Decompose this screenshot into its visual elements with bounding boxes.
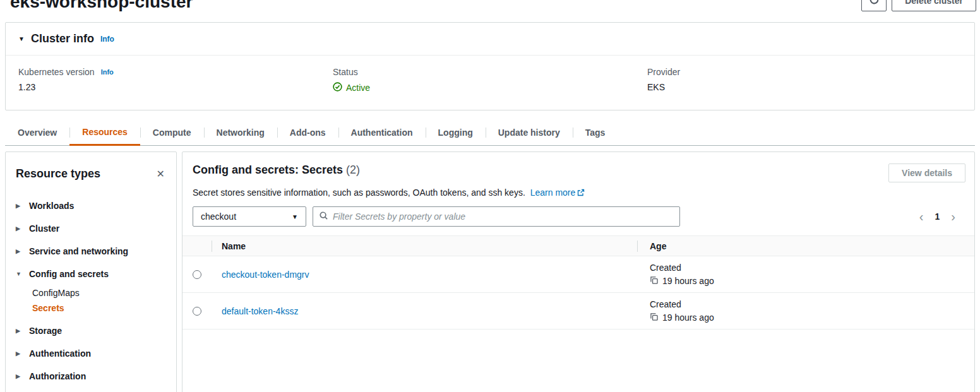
- copy-icon[interactable]: [650, 312, 659, 323]
- cluster-tabs: Overview Resources Compute Networking Ad…: [5, 119, 975, 146]
- chevron-right-icon: ▶: [16, 328, 22, 334]
- sidebar-item-authentication[interactable]: ▶ Authentication: [6, 342, 176, 365]
- kubernetes-version-label: Kubernetes version: [18, 67, 95, 77]
- sidebar-item-cluster[interactable]: ▶ Cluster: [6, 217, 176, 240]
- header-actions: Delete cluster: [861, 0, 976, 11]
- field-provider: Provider EKS: [647, 67, 962, 93]
- tab-authentication[interactable]: Authentication: [338, 119, 426, 145]
- secrets-description: Secret stores sensitive information, suc…: [193, 187, 525, 198]
- tab-tags[interactable]: Tags: [573, 119, 618, 145]
- kubernetes-version-value: 1.23: [18, 82, 333, 92]
- created-label: Created: [650, 299, 974, 309]
- resource-types-panel: Resource types ✕ ▶ Workloads ▶ Cluster ▶…: [5, 151, 177, 392]
- cluster-info-section: ▼ Cluster info Info Kubernetes version I…: [5, 22, 975, 110]
- cluster-info-title: Cluster info: [31, 32, 94, 45]
- page-header: eks-workshop-cluster Delete cluster: [0, 0, 980, 16]
- age-value: 19 hours ago: [662, 276, 714, 286]
- tab-add-ons[interactable]: Add-ons: [277, 119, 338, 145]
- secrets-panel: Config and secrets: Secrets (2) View det…: [182, 151, 975, 392]
- secret-name-link[interactable]: default-token-4kssz: [222, 306, 298, 316]
- sidebar-item-config-and-secrets[interactable]: ▼ Config and secrets: [6, 263, 176, 285]
- filter-type-dropdown[interactable]: checkout ▼: [193, 206, 306, 227]
- column-header-name: Name: [212, 241, 637, 251]
- status-active-icon: [333, 82, 342, 93]
- page-title: eks-workshop-cluster: [10, 0, 193, 13]
- close-panel-button[interactable]: ✕: [155, 168, 166, 181]
- age-value: 19 hours ago: [662, 312, 714, 323]
- search-input[interactable]: [333, 211, 677, 222]
- column-header-age: Age: [637, 241, 974, 251]
- table-row: checkout-token-dmgrv Created 19 hours ag…: [182, 256, 974, 293]
- pagination-prev-button[interactable]: ‹: [918, 210, 925, 223]
- table-header-row: Name Age: [182, 235, 974, 256]
- field-kubernetes-version: Kubernetes version Info 1.23: [18, 67, 333, 93]
- resource-types-title: Resource types: [16, 167, 100, 181]
- delete-cluster-button[interactable]: Delete cluster: [892, 0, 976, 11]
- pagination: ‹ 1 ›: [918, 210, 965, 223]
- external-link-icon: [577, 188, 585, 198]
- cluster-info-header[interactable]: ▼ Cluster info Info: [6, 23, 974, 56]
- tab-networking[interactable]: Networking: [204, 119, 277, 145]
- refresh-icon: [869, 0, 880, 7]
- sidebar-item-workloads[interactable]: ▶ Workloads: [6, 194, 176, 217]
- chevron-right-icon: ▶: [16, 225, 22, 232]
- tab-logging[interactable]: Logging: [426, 119, 486, 145]
- tab-overview[interactable]: Overview: [5, 119, 69, 145]
- sidebar-item-secrets[interactable]: Secrets: [6, 300, 176, 316]
- field-status: Status Active: [333, 67, 647, 93]
- collapse-triangle-icon: ▼: [18, 35, 25, 42]
- chevron-right-icon: ▶: [16, 373, 22, 379]
- created-label: Created: [650, 263, 974, 273]
- secrets-panel-title: Config and secrets: Secrets: [193, 163, 343, 176]
- tab-compute[interactable]: Compute: [140, 119, 204, 145]
- chevron-down-icon: ▼: [16, 271, 22, 277]
- secret-name-link[interactable]: checkout-token-dmgrv: [222, 270, 309, 280]
- close-icon: ✕: [157, 169, 165, 179]
- kubernetes-version-info-link[interactable]: Info: [101, 68, 114, 76]
- table-row: default-token-4kssz Created 19 hours ago: [182, 293, 974, 330]
- refresh-button[interactable]: [861, 0, 887, 11]
- row-select-radio[interactable]: [193, 270, 201, 279]
- pagination-next-button[interactable]: ›: [950, 210, 957, 223]
- pagination-page-1[interactable]: 1: [935, 211, 940, 222]
- sidebar-item-storage[interactable]: ▶ Storage: [6, 319, 176, 342]
- tab-update-history[interactable]: Update history: [486, 119, 573, 145]
- view-details-button[interactable]: View details: [888, 163, 965, 182]
- provider-label: Provider: [647, 67, 680, 77]
- chevron-right-icon: ▶: [16, 350, 22, 357]
- search-icon: [319, 211, 328, 223]
- sidebar-item-authorization[interactable]: ▶ Authorization: [6, 365, 176, 388]
- filter-type-value: checkout: [201, 211, 236, 222]
- resource-types-tree: ▶ Workloads ▶ Cluster ▶ Service and netw…: [6, 188, 176, 388]
- sidebar-item-service-and-networking[interactable]: ▶ Service and networking: [6, 240, 176, 263]
- row-select-radio[interactable]: [193, 307, 201, 316]
- sidebar-item-configmaps[interactable]: ConfigMaps: [6, 285, 176, 300]
- copy-icon[interactable]: [650, 276, 659, 287]
- cluster-info-body: Kubernetes version Info 1.23 Status Acti…: [6, 56, 974, 110]
- cluster-info-info-link[interactable]: Info: [100, 35, 114, 44]
- caret-down-icon: ▼: [292, 213, 298, 220]
- learn-more-link[interactable]: Learn more: [530, 187, 585, 198]
- tab-resources[interactable]: Resources: [69, 119, 140, 146]
- chevron-right-icon: ▶: [16, 248, 22, 254]
- chevron-right-icon: ▶: [16, 203, 22, 209]
- status-label: Status: [333, 67, 358, 77]
- status-badge: Active: [346, 83, 370, 93]
- secrets-count: (2): [346, 163, 360, 176]
- provider-value: EKS: [647, 82, 962, 92]
- secrets-search-box: [313, 206, 680, 227]
